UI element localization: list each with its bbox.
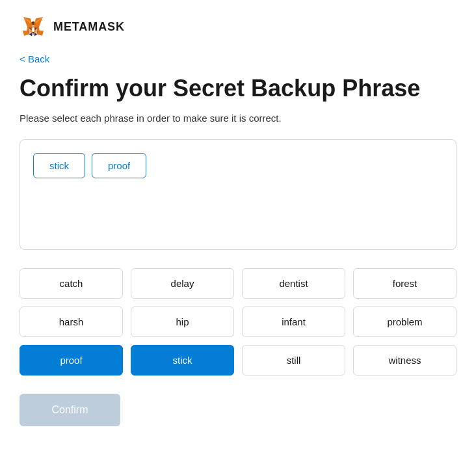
word-option-opt-hip[interactable]: hip — [131, 307, 234, 337]
word-option-opt-infant[interactable]: infant — [242, 307, 345, 337]
svg-marker-24 — [32, 21, 34, 25]
svg-marker-35 — [32, 25, 34, 28]
word-option-opt-proof[interactable]: proof — [20, 345, 123, 375]
app-header: METAMASK — [0, 0, 476, 47]
word-options-grid: catchdelaydentistforestharshhipinfantpro… — [20, 268, 456, 375]
brand-name: METAMASK — [53, 20, 125, 34]
word-option-opt-delay[interactable]: delay — [131, 268, 234, 299]
back-button[interactable]: < Back — [0, 47, 476, 74]
page-title: Confirm your Secret Backup Phrase — [20, 74, 456, 102]
word-option-opt-forest[interactable]: forest — [353, 268, 456, 299]
word-option-opt-witness[interactable]: witness — [353, 345, 456, 375]
word-option-opt-problem[interactable]: problem — [353, 307, 456, 337]
selected-word-sel-stick[interactable]: stick — [33, 153, 85, 178]
main-content: Confirm your Secret Backup Phrase Please… — [0, 74, 476, 426]
word-option-opt-catch[interactable]: catch — [20, 268, 123, 299]
page-subtitle: Please select each phrase in order to ma… — [20, 113, 456, 124]
word-option-opt-still[interactable]: still — [242, 345, 345, 375]
back-label: < Back — [20, 53, 49, 64]
metamask-logo — [20, 13, 47, 40]
word-option-opt-stick[interactable]: stick — [131, 345, 234, 375]
word-option-opt-dentist[interactable]: dentist — [242, 268, 345, 299]
selected-word-sel-proof[interactable]: proof — [92, 153, 146, 178]
confirm-button[interactable]: Confirm — [20, 394, 120, 426]
word-option-opt-harsh[interactable]: harsh — [20, 307, 123, 337]
selection-area: stickproof — [20, 139, 456, 250]
